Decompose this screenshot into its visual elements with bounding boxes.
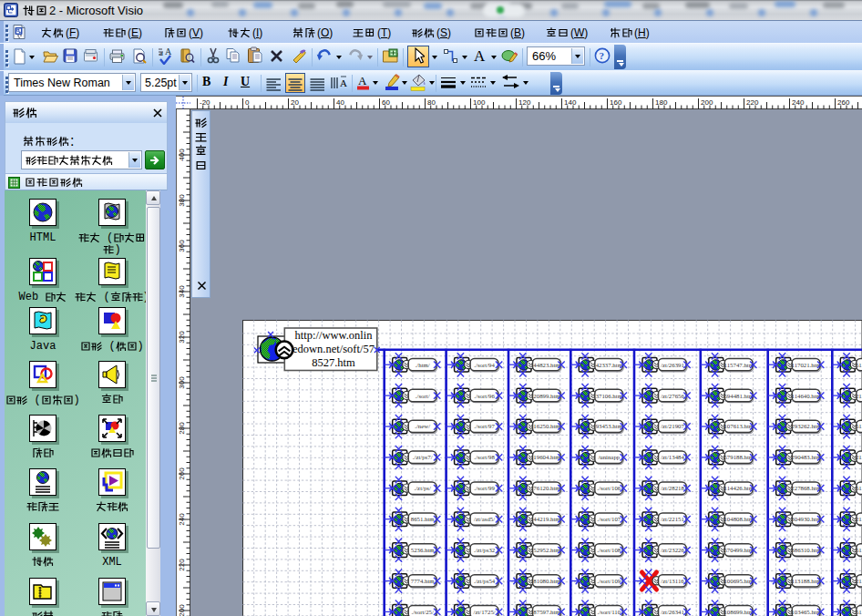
svg-text:edown.net/soft/57: edown.net/soft/57 [292, 343, 375, 355]
svg-text:16250.htm: 16250.htm [533, 423, 560, 429]
svg-text:180: 180 [655, 98, 668, 107]
svg-text:http://www.onlin: http://www.onlin [295, 329, 374, 342]
svg-text:320: 320 [178, 331, 186, 344]
svg-text:a: a [159, 48, 163, 57]
svg-text:220: 220 [178, 559, 186, 571]
svg-text:240: 240 [792, 98, 805, 107]
svg-text:20899.htm: 20899.htm [533, 393, 560, 399]
svg-text:108699.htm: 108699.htm [723, 609, 754, 615]
svg-text:260: 260 [178, 467, 186, 480]
svg-text:./sort/97: ./sort/97 [474, 423, 495, 429]
svg-text:240: 240 [178, 513, 186, 526]
svg-text:./sort/25/: ./sort/25/ [412, 609, 434, 615]
svg-text:213136.htm: 213136.htm [856, 516, 862, 522]
svg-text:20: 20 [291, 98, 299, 107]
svg-text:./sort/106: ./sort/106 [597, 485, 621, 491]
svg-text:./sort/108: ./sort/108 [597, 547, 621, 553]
svg-text:./sort/: ./sort/ [416, 393, 430, 399]
svg-text:117021.htm: 117021.htm [791, 362, 821, 368]
svg-text:304930.htm: 304930.htm [791, 516, 821, 522]
svg-text:./sort/99: ./sort/99 [474, 485, 495, 491]
svg-text:107613.htm: 107613.htm [723, 423, 754, 429]
svg-text:./sort/107: ./sort/107 [597, 516, 621, 522]
svg-text:./sort/109: ./sort/109 [597, 578, 621, 584]
svg-text:/zt/13116: /zt/13116 [661, 578, 684, 584]
svg-text:340: 340 [178, 285, 186, 298]
svg-text:570499.htm: 570499.htm [723, 547, 754, 553]
svg-text:./sort/94: ./sort/94 [474, 362, 495, 368]
svg-text:8527.htm: 8527.htm [312, 356, 355, 369]
svg-text:293262.htm: 293262.htm [791, 423, 821, 429]
svg-text:/zt/1725/: /zt/1725/ [474, 609, 496, 615]
svg-text:100: 100 [473, 98, 486, 107]
svg-text:200: 200 [178, 604, 186, 616]
svg-text:80: 80 [427, 98, 436, 107]
svg-text:115747.htm: 115747.htm [724, 362, 754, 368]
svg-text:213136.htm: 213136.htm [856, 454, 862, 460]
svg-text:100695.htm: 100695.htm [723, 578, 754, 584]
svg-text:400: 400 [178, 149, 186, 161]
svg-text:200: 200 [701, 98, 713, 107]
svg-text:260: 260 [837, 98, 850, 107]
svg-text:./zt/ps/: ./zt/ps/ [415, 485, 431, 491]
svg-text:19604.htm: 19604.htm [533, 454, 560, 460]
svg-text:-20: -20 [200, 98, 210, 107]
svg-text:513747.htm: 513747.htm [856, 362, 862, 368]
svg-text:290483.htm: 290483.htm [791, 454, 821, 460]
svg-text:513136.htm: 513136.htm [856, 547, 862, 553]
svg-text:/zt/13484: /zt/13484 [661, 454, 684, 460]
svg-text:114426.htm: 114426.htm [724, 485, 754, 491]
svg-text:/zt/22151: /zt/22151 [661, 516, 684, 522]
svg-text:./new/: ./new/ [415, 423, 430, 429]
svg-text:./zt/ps54: ./zt/ps54 [474, 578, 496, 584]
svg-text:114640.htm: 114640.htm [791, 393, 821, 399]
svg-text:7774.htm: 7774.htm [411, 578, 436, 584]
svg-text:87597.htm: 87597.htm [533, 609, 560, 615]
svg-text:/zt/27656: /zt/27656 [661, 393, 684, 399]
svg-text:?: ? [600, 50, 605, 61]
svg-text:0: 0 [245, 98, 250, 107]
svg-text:52952.htm: 52952.htm [533, 547, 560, 553]
svg-text:213041.htm: 213041.htm [856, 393, 862, 399]
svg-text:513136.htm: 513136.htm [856, 423, 862, 429]
svg-text:579188.htm: 579188.htm [723, 454, 754, 460]
svg-text:227868.htm: 227868.htm [791, 485, 821, 491]
svg-text:/zt/21907: /zt/21907 [661, 423, 684, 429]
svg-text:40: 40 [336, 98, 344, 107]
svg-text:./sort/98: ./sort/98 [474, 454, 495, 460]
svg-text:280: 280 [178, 422, 186, 435]
svg-text:A: A [358, 74, 367, 87]
svg-text:/zt/asd5/: /zt/asd5/ [474, 516, 495, 522]
svg-text:./zt/ps7/: ./zt/ps7/ [413, 454, 433, 460]
svg-text:/uninapp: /uninapp [598, 454, 620, 460]
svg-text:104808.htm: 104808.htm [723, 516, 754, 522]
svg-text:76120.htm: 76120.htm [533, 485, 560, 491]
svg-text:/zt/28218: /zt/28218 [661, 485, 684, 491]
svg-text:220: 220 [746, 98, 759, 107]
svg-text:140: 140 [564, 98, 577, 107]
svg-text:360: 360 [178, 240, 186, 252]
svg-text:513136.htm: 513136.htm [856, 609, 862, 615]
svg-text:93453.htm: 93453.htm [596, 423, 623, 429]
svg-text:300: 300 [178, 376, 186, 389]
svg-text:160: 160 [610, 98, 622, 107]
svg-text:./zt/ps32: ./zt/ps32 [474, 547, 496, 553]
svg-text:./sort/96: ./sort/96 [474, 393, 495, 399]
svg-text:60: 60 [382, 98, 390, 107]
svg-text:213136.htm: 213136.htm [856, 578, 862, 584]
svg-text:A: A [165, 47, 172, 56]
svg-text:/zt/23226: /zt/23226 [661, 547, 684, 553]
svg-text:/zt/26341: /zt/26341 [661, 609, 684, 615]
svg-text:./htm/: ./htm/ [416, 362, 430, 368]
svg-text:386310.htm: 386310.htm [791, 547, 821, 553]
svg-text:44219.htm: 44219.htm [533, 516, 560, 522]
svg-text:8651.htm: 8651.htm [411, 516, 436, 522]
svg-text:A: A [340, 77, 347, 88]
svg-text:37106.htm: 37106.htm [596, 393, 623, 399]
svg-text:380: 380 [178, 194, 186, 207]
svg-text:513136.htm: 513136.htm [856, 485, 862, 491]
svg-text:81080.htm: 81080.htm [533, 578, 560, 584]
svg-text:113188.htm: 113188.htm [791, 578, 821, 584]
svg-text:120: 120 [518, 98, 531, 107]
svg-text:/zt/26391: /zt/26391 [661, 362, 684, 368]
